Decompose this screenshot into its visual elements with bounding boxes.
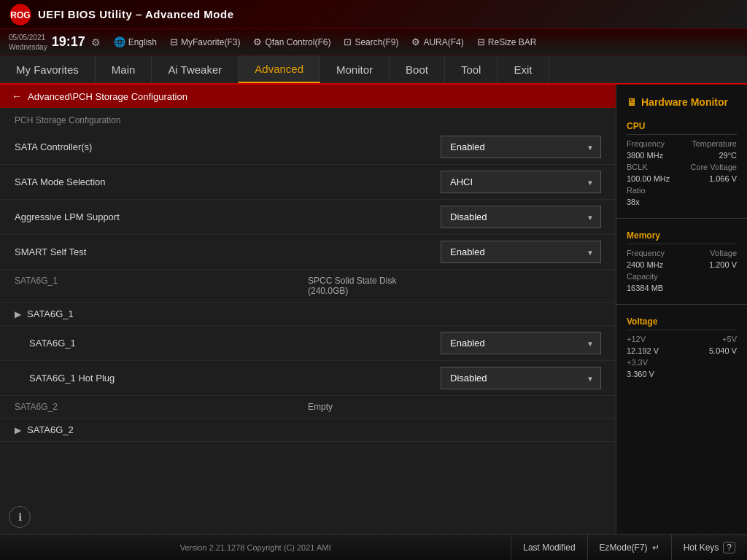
sata6g1-sub-row: SATA6G_1 Enabled Disabled ▼: [0, 326, 616, 361]
memory-voltage-value: 1.200 V: [709, 260, 737, 269]
version-text: Version 2.21.1278 Copyright (C) 2021 AMI: [0, 543, 511, 552]
aggressive-lpm-row: Aggressive LPM Support Enabled Disabled …: [0, 200, 616, 235]
language-label: English: [128, 37, 157, 47]
memory-frequency-value-row: 2400 MHz 1.200 V: [627, 260, 737, 269]
voltage-33-value-row: 3.360 V: [627, 370, 737, 378]
language-selector[interactable]: 🌐 English: [114, 36, 157, 47]
sata6g1-sub-label: SATA6G_1: [29, 338, 441, 349]
cpu-core-voltage-label: Core Voltage: [690, 163, 737, 171]
sata6g2-device-status: Empty: [308, 402, 601, 412]
footer-buttons: Last Modified EzMode(F7) ↵ Hot Keys ?: [511, 534, 747, 560]
resize-icon: ⊟: [477, 36, 485, 47]
voltage-33-row: +3.3V: [627, 358, 737, 367]
tab-boot[interactable]: Boot: [390, 55, 445, 83]
sata6g1-hotplug-select-wrapper[interactable]: Enabled Disabled ▼: [441, 367, 601, 389]
hardware-monitor-title: Hardware Monitor: [641, 96, 728, 108]
sata6g1-hotplug-label: SATA6G_1 Hot Plug: [29, 373, 441, 384]
tab-ai-tweaker[interactable]: Ai Tweaker: [152, 55, 239, 83]
last-modified-button[interactable]: Last Modified: [511, 534, 587, 560]
cpu-frequency-value: 3800 MHz: [627, 151, 663, 160]
smart-self-test-select-wrapper[interactable]: Enabled Disabled ▼: [441, 241, 601, 263]
sata6g2-expand-label: SATA6G_2: [27, 424, 74, 435]
resize-bar-button[interactable]: ⊟ ReSize BAR: [477, 36, 537, 47]
aura-button[interactable]: ⚙ AURA(F4): [411, 36, 463, 47]
voltage-section-title: Voltage: [627, 316, 737, 330]
sata6g1-sub-select[interactable]: Enabled Disabled: [441, 332, 601, 354]
smart-self-test-row: SMART Self Test Enabled Disabled ▼: [0, 235, 616, 270]
cpu-section-title: CPU: [627, 121, 737, 135]
nav-tabs: My Favorites Main Ai Tweaker Advanced Mo…: [0, 55, 747, 85]
myfavorite-button[interactable]: ⊟ MyFavorite(F3): [170, 36, 240, 47]
cpu-section: CPU Frequency Temperature 3800 MHz 29°C …: [616, 115, 747, 212]
tab-my-favorites[interactable]: My Favorites: [0, 55, 96, 83]
aggressive-lpm-select[interactable]: Enabled Disabled: [441, 206, 601, 228]
hot-keys-button[interactable]: Hot Keys ?: [671, 534, 747, 560]
breadcrumb-path: Advanced\PCH Storage Configuration: [28, 91, 187, 102]
info-button[interactable]: ℹ: [9, 506, 31, 528]
sata6g2-info-row: SATA6G_2 Empty: [0, 396, 616, 419]
cpu-ratio-row: Ratio: [627, 186, 737, 195]
cpu-ratio-value: 38x: [627, 198, 640, 206]
sata6g2-expand-row[interactable]: ▶ SATA6G_2: [0, 419, 616, 442]
ez-mode-label: EzMode(F7): [600, 542, 648, 553]
voltage-5-value: 5.040 V: [709, 346, 737, 355]
memory-capacity-row: Capacity: [627, 272, 737, 281]
cpu-frequency-value-row: 3800 MHz 29°C: [627, 151, 737, 160]
ez-mode-button[interactable]: EzMode(F7) ↵: [587, 534, 671, 560]
aura-label: AURA(F4): [423, 37, 463, 47]
search-label: Search(F9): [355, 37, 398, 47]
aggressive-lpm-label: Aggressive LPM Support: [15, 211, 441, 222]
tab-tool[interactable]: Tool: [445, 55, 498, 83]
search-button[interactable]: ⊡ Search(F9): [344, 36, 398, 47]
sata6g1-hotplug-row: SATA6G_1 Hot Plug Enabled Disabled ▼: [0, 361, 616, 396]
voltage-12-value: 12.192 V: [627, 346, 659, 355]
sata-mode-select[interactable]: AHCI IDE RAID: [441, 171, 601, 193]
section-title: PCH Storage Configuration: [0, 108, 616, 130]
footer: Version 2.21.1278 Copyright (C) 2021 AMI…: [0, 534, 747, 560]
qfan-button[interactable]: ⚙ Qfan Control(F6): [253, 36, 330, 47]
cpu-bclk-value: 100.00 MHz: [627, 174, 670, 183]
qfan-label: Qfan Control(F6): [265, 37, 330, 47]
sata-controllers-select[interactable]: Enabled Disabled: [441, 136, 601, 158]
memory-voltage-divider: [616, 304, 747, 305]
expand-arrow-icon: ▶: [15, 425, 21, 435]
resize-label: ReSize BAR: [488, 37, 537, 47]
sata-controllers-select-wrapper[interactable]: Enabled Disabled ▼: [441, 136, 601, 158]
rog-logo-icon: ROG: [9, 3, 32, 26]
aggressive-lpm-select-wrapper[interactable]: Enabled Disabled ▼: [441, 206, 601, 228]
breadcrumb[interactable]: ← Advanced\PCH Storage Configuration: [0, 85, 616, 108]
sata6g1-expand-row[interactable]: ▶ SATA6G_1: [0, 303, 616, 326]
smart-self-test-select[interactable]: Enabled Disabled: [441, 241, 601, 263]
globe-icon: 🌐: [114, 36, 125, 47]
sata6g1-info-label: SATA6G_1: [15, 276, 308, 286]
app-title: UEFI BIOS Utility – Advanced Mode: [38, 8, 233, 20]
fan-icon: ⚙: [253, 36, 262, 47]
back-arrow-icon[interactable]: ←: [12, 90, 22, 102]
smart-self-test-label: SMART Self Test: [15, 246, 441, 257]
memory-capacity-value-row: 16384 MB: [627, 284, 737, 292]
sata-mode-select-wrapper[interactable]: AHCI IDE RAID ▼: [441, 171, 601, 193]
monitor-icon: 🖥: [627, 96, 637, 108]
voltage-5-label: +5V: [722, 335, 737, 343]
cpu-frequency-label: Frequency: [627, 139, 665, 148]
svg-text:ROG: ROG: [10, 10, 30, 20]
memory-voltage-label: Voltage: [710, 249, 737, 257]
sata6g1-sub-select-wrapper[interactable]: Enabled Disabled ▼: [441, 332, 601, 354]
cpu-bclk-row: BCLK Core Voltage: [627, 163, 737, 171]
sata6g2-device-info: Empty: [308, 402, 601, 412]
tab-exit[interactable]: Exit: [498, 55, 549, 83]
hot-keys-label: Hot Keys: [684, 542, 719, 553]
sata-controllers-row: SATA Controller(s) Enabled Disabled ▼: [0, 130, 616, 165]
cpu-frequency-row: Frequency Temperature: [627, 139, 737, 148]
sata6g1-device-info: SPCC Solid State Disk (240.0GB): [308, 276, 601, 296]
sata6g2-info-label: SATA6G_2: [15, 402, 308, 412]
sata6g1-hotplug-select[interactable]: Enabled Disabled: [441, 367, 601, 389]
tab-main[interactable]: Main: [96, 55, 152, 83]
tab-advanced[interactable]: Advanced: [239, 55, 320, 83]
tab-monitor[interactable]: Monitor: [320, 55, 390, 83]
settings-icon[interactable]: ⚙: [91, 36, 101, 48]
voltage-12-label: +12V: [627, 335, 646, 343]
sata6g1-expand-label: SATA6G_1: [27, 308, 74, 319]
sata6g1-device-size: (240.0GB): [308, 286, 601, 296]
sata6g1-device-name: SPCC Solid State Disk: [308, 276, 601, 286]
